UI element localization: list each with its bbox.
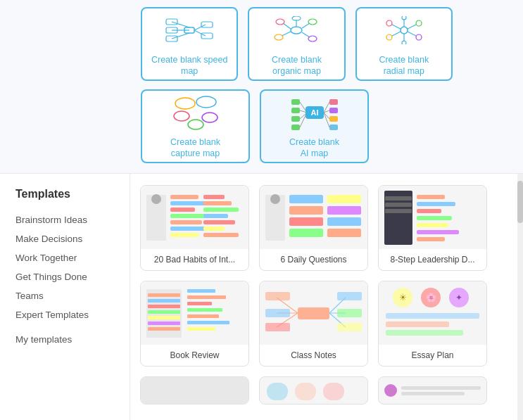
template-bad-habits[interactable]: 20 Bad Habits of Int... xyxy=(140,185,249,271)
svg-rect-70 xyxy=(203,214,228,218)
svg-text:AI: AI xyxy=(310,108,318,117)
svg-rect-88 xyxy=(417,195,445,199)
daily-questions-preview xyxy=(260,186,367,249)
svg-rect-101 xyxy=(148,322,180,325)
sidebar-item-expert[interactable]: Expert Templates xyxy=(15,305,130,324)
svg-point-22 xyxy=(401,27,408,34)
organic-map-card[interactable]: Create blankorganic map xyxy=(248,7,345,81)
svg-rect-10 xyxy=(201,33,213,39)
svg-rect-78 xyxy=(289,217,323,226)
blank-maps-row-1: Create blank speed map Cre xyxy=(0,7,523,81)
svg-rect-85 xyxy=(385,196,412,201)
svg-point-28 xyxy=(416,20,422,26)
svg-point-75 xyxy=(270,194,280,204)
radial-map-card[interactable]: Create blankradial map xyxy=(355,7,453,81)
radial-map-label: Create blankradial map xyxy=(379,54,429,77)
partial-card-3[interactable] xyxy=(378,376,487,405)
sidebar-item-brainstorm[interactable]: Brainstorm Ideas xyxy=(15,210,130,229)
svg-rect-8 xyxy=(201,22,213,27)
speed-map-label: Create blank speed map xyxy=(142,54,237,77)
svg-rect-87 xyxy=(385,209,412,213)
templates-area: 20 Bad Habits of Int... xyxy=(130,174,523,420)
template-essay-plan[interactable]: ☀ 🌸 ✦ Essay Plan xyxy=(378,281,487,367)
partial-card-1[interactable] xyxy=(140,376,249,405)
svg-rect-80 xyxy=(327,195,361,203)
essay-plan-preview: ☀ 🌸 ✦ xyxy=(379,281,486,345)
svg-rect-82 xyxy=(327,217,361,226)
svg-text:☀: ☀ xyxy=(399,293,407,303)
svg-point-30 xyxy=(416,34,422,40)
svg-rect-67 xyxy=(203,195,225,199)
sidebar-item-together[interactable]: Work Together xyxy=(15,248,130,267)
svg-rect-133 xyxy=(295,383,316,400)
svg-rect-108 xyxy=(187,321,229,324)
speed-map-card[interactable]: Create blank speed map xyxy=(141,7,238,81)
svg-point-11 xyxy=(291,27,302,34)
svg-point-35 xyxy=(175,98,195,109)
svg-rect-68 xyxy=(203,201,232,205)
radial-map-icon xyxy=(379,11,429,50)
svg-rect-51 xyxy=(329,108,338,113)
svg-point-38 xyxy=(202,113,218,122)
svg-point-26 xyxy=(386,34,392,40)
template-class-notes[interactable]: Class Notes xyxy=(259,281,368,367)
svg-rect-109 xyxy=(187,327,215,331)
svg-rect-106 xyxy=(187,308,222,312)
svg-rect-90 xyxy=(417,209,441,213)
svg-point-59 xyxy=(151,194,161,204)
svg-point-15 xyxy=(275,34,283,40)
sidebar: Templates Brainstorm Ideas Make Decision… xyxy=(0,174,130,420)
sidebar-item-decisions[interactable]: Make Decisions xyxy=(15,229,130,248)
svg-rect-94 xyxy=(417,237,445,241)
svg-rect-64 xyxy=(170,220,202,224)
capture-map-icon xyxy=(171,94,220,132)
svg-rect-62 xyxy=(170,208,195,212)
leadership-preview xyxy=(379,186,486,249)
sidebar-title: Templates xyxy=(15,188,130,201)
daily-questions-name: 6 Daily Questions xyxy=(260,249,367,270)
svg-rect-120 xyxy=(337,309,362,317)
svg-rect-112 xyxy=(265,292,290,300)
svg-rect-91 xyxy=(417,216,452,220)
svg-line-29 xyxy=(408,32,416,36)
organic-map-icon xyxy=(272,11,321,50)
svg-rect-93 xyxy=(417,230,459,234)
scrollbar-thumb[interactable] xyxy=(517,181,523,223)
svg-rect-81 xyxy=(327,206,361,215)
leadership-name: 8-Step Leadership D... xyxy=(379,249,486,270)
svg-rect-132 xyxy=(267,383,288,400)
main-content: Templates Brainstorm Ideas Make Decision… xyxy=(0,174,523,420)
svg-rect-42 xyxy=(291,116,300,122)
svg-line-12 xyxy=(283,23,291,29)
svg-rect-71 xyxy=(203,220,235,224)
essay-plan-name: Essay Plan xyxy=(379,345,486,366)
svg-line-23 xyxy=(392,25,401,29)
svg-rect-50 xyxy=(329,99,338,105)
bad-habits-preview xyxy=(141,186,248,249)
svg-rect-92 xyxy=(417,223,448,227)
capture-map-label: Create blankcapture map xyxy=(170,136,220,160)
svg-rect-52 xyxy=(329,116,338,122)
blank-maps-row-2: Create blankcapture map AI xyxy=(0,81,523,163)
class-notes-name: Class Notes xyxy=(260,345,367,366)
svg-rect-104 xyxy=(187,295,226,299)
svg-rect-103 xyxy=(187,289,215,293)
svg-rect-114 xyxy=(265,309,290,317)
template-daily-questions[interactable]: 6 Daily Questions xyxy=(259,185,368,271)
sidebar-item-teams[interactable]: Teams xyxy=(15,286,130,305)
svg-rect-100 xyxy=(148,316,180,319)
svg-point-39 xyxy=(188,120,203,129)
svg-rect-89 xyxy=(417,202,455,206)
capture-map-card[interactable]: Create blankcapture map xyxy=(141,89,250,163)
svg-rect-96 xyxy=(148,293,180,297)
ai-map-card[interactable]: AI Create blankAI map xyxy=(260,89,369,163)
sidebar-item-getthings[interactable]: Get Things Done xyxy=(15,267,130,286)
partial-card-2[interactable] xyxy=(259,376,368,405)
template-leadership[interactable]: 8-Step Leadership D... xyxy=(378,185,487,271)
svg-rect-99 xyxy=(148,310,180,314)
svg-rect-61 xyxy=(170,201,209,205)
svg-text:🌸: 🌸 xyxy=(426,292,436,303)
svg-text:✦: ✦ xyxy=(455,293,462,303)
template-book-review[interactable]: Book Review xyxy=(140,281,249,367)
book-review-preview xyxy=(141,281,248,345)
